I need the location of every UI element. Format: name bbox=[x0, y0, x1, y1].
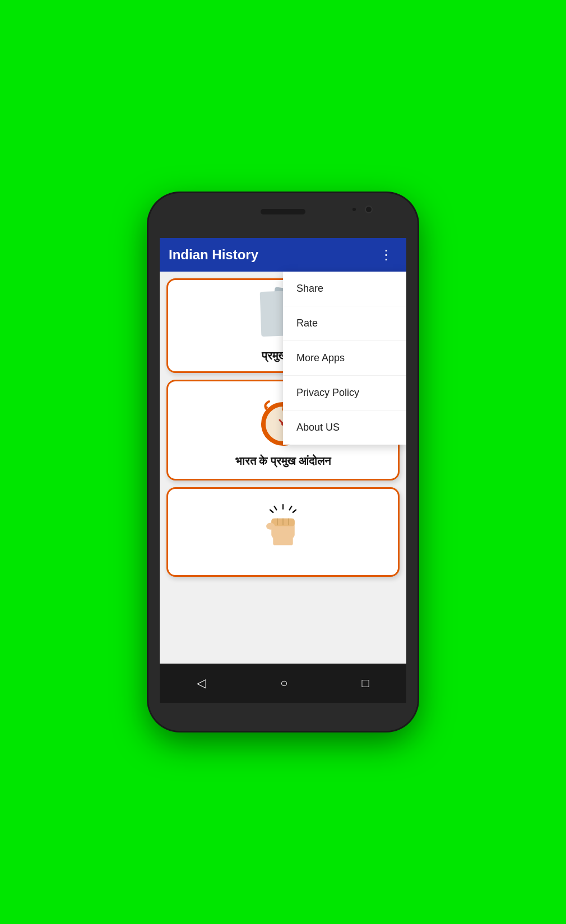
menu-item-about-us[interactable]: About US bbox=[283, 410, 406, 445]
svg-line-7 bbox=[290, 506, 292, 510]
svg-line-8 bbox=[275, 506, 277, 510]
menu-item-privacy-policy[interactable]: Privacy Policy bbox=[283, 376, 406, 410]
card-movements-label: भारत के प्रमुख आंदोलन bbox=[235, 455, 331, 468]
svg-rect-17 bbox=[273, 536, 293, 545]
menu-item-more-apps[interactable]: More Apps bbox=[283, 341, 406, 376]
phone-screen: Indian History ⋮ Share Rate More Apps Pr… bbox=[160, 238, 406, 703]
front-camera bbox=[365, 206, 373, 213]
fist-container bbox=[255, 498, 311, 560]
phone-top-bar bbox=[149, 193, 417, 238]
app-title: Indian History bbox=[169, 247, 375, 263]
phone-outer: Indian History ⋮ Share Rate More Apps Pr… bbox=[149, 193, 417, 731]
svg-line-9 bbox=[293, 510, 296, 512]
fist-svg bbox=[255, 493, 311, 566]
nav-home-button[interactable]: ○ bbox=[269, 670, 299, 696]
svg-point-13 bbox=[266, 522, 275, 529]
menu-item-share[interactable]: Share bbox=[283, 272, 406, 306]
card-freedom[interactable] bbox=[166, 487, 400, 577]
phone-bottom-cap bbox=[149, 703, 417, 731]
nav-back-button[interactable]: ◁ bbox=[185, 670, 217, 696]
sensor-dot bbox=[352, 208, 356, 211]
dropdown-menu: Share Rate More Apps Privacy Policy Abou… bbox=[283, 272, 406, 445]
card-freedom-icon-area bbox=[177, 498, 389, 560]
nav-recents-button[interactable]: □ bbox=[351, 670, 381, 696]
app-bar: Indian History ⋮ Share Rate More Apps Pr… bbox=[160, 238, 406, 272]
speaker-grille bbox=[261, 209, 305, 214]
svg-line-10 bbox=[270, 510, 273, 512]
phone-wrapper: Indian History ⋮ Share Rate More Apps Pr… bbox=[137, 182, 429, 742]
more-icon[interactable]: ⋮ bbox=[375, 242, 397, 267]
phone-bottom-nav: ◁ ○ □ bbox=[160, 664, 406, 703]
menu-item-rate[interactable]: Rate bbox=[283, 306, 406, 341]
